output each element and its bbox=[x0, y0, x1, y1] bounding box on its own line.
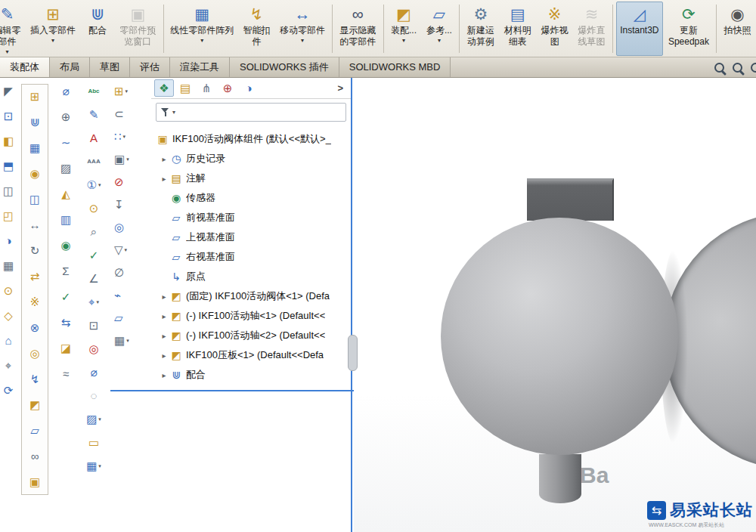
tree-item[interactable]: ▸◩IKF100压板<1> (Default<<Defa bbox=[151, 345, 351, 365]
dropdown-arrow-icon[interactable]: ▾ bbox=[5, 48, 8, 55]
flyout-arrow-icon[interactable]: ▾ bbox=[98, 463, 101, 469]
ribbon-button-instant3d[interactable]: ◿Instant3D bbox=[616, 2, 663, 56]
component-pattern-button[interactable]: ∷▾ bbox=[114, 129, 125, 144]
expand-arrow-icon[interactable]: ▸ bbox=[159, 351, 169, 360]
dropdown-arrow-icon[interactable]: ▾ bbox=[438, 37, 441, 44]
assembly-features-tool-button[interactable]: ◩ bbox=[29, 397, 40, 413]
search-commands-icon[interactable] bbox=[714, 63, 724, 73]
ribbon-button-assembly-features[interactable]: ◩装配...▾ bbox=[386, 2, 420, 56]
dropdown-arrow-icon[interactable]: ▾ bbox=[51, 37, 54, 44]
tab-assembly[interactable]: 装配体 bbox=[0, 57, 50, 77]
ribbon-button-update-speedpak[interactable]: ⟳更新Speedpak bbox=[665, 2, 713, 56]
expand-arrow-icon[interactable]: ▸ bbox=[159, 312, 169, 320]
datum-feature-button[interactable]: ⊡ bbox=[89, 318, 99, 333]
ribbon-button-mate[interactable]: ⋓配合 bbox=[81, 2, 114, 56]
ribbon-button-bill-of-materials[interactable]: ▤材料明细表 bbox=[500, 2, 535, 56]
ribbon-button-component-preview-window[interactable]: ▣零部件预览窗口 bbox=[116, 2, 160, 56]
ribbon-button-reference-geometry[interactable]: ▱参考...▾ bbox=[422, 2, 456, 56]
ribbon-button-insert-components[interactable]: ⊞插入零部件▾ bbox=[26, 2, 79, 56]
magnify-partial-icon[interactable] bbox=[751, 63, 756, 73]
tree-item[interactable]: ▸◩(-) IKF100活动轴<1> (Default<< bbox=[151, 306, 351, 326]
move-component-tool-button[interactable]: ↔ bbox=[29, 218, 41, 233]
deviation-analysis-button[interactable]: ≈ bbox=[63, 367, 69, 382]
attachments-button[interactable]: ⊂ bbox=[114, 107, 124, 122]
mass-properties-button[interactable]: ⊕ bbox=[61, 110, 71, 125]
mate-tool-button[interactable]: ⋓ bbox=[30, 115, 40, 130]
quick-snaps-button[interactable]: ⌁ bbox=[114, 288, 121, 303]
model-top-block[interactable] bbox=[527, 178, 614, 221]
ribbon-button-explode-line-sketch[interactable]: ≋爆炸直线草图 bbox=[574, 2, 609, 56]
tables-button[interactable]: ▦▾ bbox=[86, 459, 101, 474]
standard-views-button[interactable]: ⌂ bbox=[5, 333, 11, 348]
flyout-arrow-icon[interactable]: ▾ bbox=[125, 247, 128, 253]
area-hatch-button[interactable]: ▨▾ bbox=[86, 412, 101, 427]
tab-solidworks-addins[interactable]: SOLIDWORKS 插件 bbox=[230, 57, 339, 77]
dropdown-arrow-icon[interactable]: ▾ bbox=[200, 37, 203, 44]
panel-splitter-handle[interactable] bbox=[348, 335, 358, 371]
rotate-view-button[interactable]: ⟳ bbox=[4, 383, 14, 398]
isolate-button[interactable]: ◎ bbox=[114, 220, 124, 235]
tree-item[interactable]: ▱上视基准面 bbox=[151, 227, 351, 247]
tab-solidworks-mbd[interactable]: SOLIDWORKS MBD bbox=[339, 57, 451, 77]
tree-item[interactable]: ▸▤注解 bbox=[151, 169, 351, 188]
ribbon-button-smart-fasteners[interactable]: ↯智能扣件 bbox=[239, 2, 274, 56]
zebra-stripes-button[interactable]: ▨ bbox=[60, 161, 71, 176]
select-tool-button[interactable]: ◤ bbox=[4, 84, 13, 99]
model-bottom-cylinder[interactable] bbox=[539, 454, 581, 503]
magnifying-glass-button[interactable]: ⌕ bbox=[91, 224, 97, 240]
mirror-components-button[interactable]: ◫ bbox=[29, 192, 40, 207]
panel-tab-dimxpert-manager[interactable]: ⊕ bbox=[218, 79, 237, 97]
hide-all-types-button[interactable]: ∅ bbox=[114, 265, 124, 280]
blocks-button[interactable]: ▭ bbox=[88, 435, 99, 450]
flyout-arrow-icon[interactable]: ▾ bbox=[98, 182, 101, 188]
linear-pattern-tool-button[interactable]: ▦ bbox=[29, 141, 40, 156]
tree-item[interactable]: ▸◩(-) IKF100活动轴<2> (Default<< bbox=[151, 326, 351, 345]
section-properties-button[interactable]: ◪ bbox=[60, 341, 71, 356]
ribbon-button-linear-component-pattern[interactable]: ▦线性零部件阵列▾ bbox=[167, 2, 237, 56]
selection-filter-button[interactable]: ▽▾ bbox=[114, 243, 127, 258]
panel-tab-display-manager[interactable]: ◑ bbox=[239, 79, 259, 97]
model-sphere-body[interactable] bbox=[441, 218, 678, 455]
hole-wizard-button[interactable]: ◎ bbox=[29, 346, 39, 361]
large-assembly-mode-button[interactable]: ▣ bbox=[29, 475, 40, 490]
statistics-button[interactable]: Σ bbox=[62, 264, 69, 279]
panel-tab-property-manager[interactable]: ▤ bbox=[175, 79, 195, 97]
panel-split-divider[interactable] bbox=[110, 390, 354, 391]
smart-fasteners-tool-button[interactable]: ↯ bbox=[30, 372, 40, 387]
geometric-tolerance-button[interactable]: ⌖▾ bbox=[88, 295, 99, 310]
pan-view-button[interactable]: ⌖ bbox=[5, 358, 11, 373]
tab-layout[interactable]: 布局 bbox=[50, 57, 90, 77]
filter-off-button[interactable]: ⊘ bbox=[114, 175, 124, 190]
reference-plane-tool-button[interactable]: ▱ bbox=[30, 423, 39, 438]
ribbon-button-edit-component[interactable]: ✎编辑零部件▾ bbox=[0, 2, 25, 56]
tree-item[interactable]: ↳原点 bbox=[151, 267, 351, 286]
multi-jog-note-button[interactable]: AAA bbox=[87, 154, 100, 169]
section-view-button[interactable]: ◧ bbox=[3, 134, 14, 149]
flyout-arrow-icon[interactable]: ▾ bbox=[123, 134, 126, 140]
weld-symbol-button[interactable]: ∠ bbox=[88, 271, 98, 286]
surface-finish-button[interactable]: ✓ bbox=[89, 248, 99, 263]
rotate-component-tool-button[interactable]: ↻ bbox=[30, 243, 40, 258]
circular-pattern-tool-button[interactable]: ◉ bbox=[29, 166, 39, 181]
format-painter-button[interactable]: ✎ bbox=[89, 107, 99, 122]
tree-item[interactable]: ▱右视基准面 bbox=[151, 247, 351, 267]
show-planes-button[interactable]: ▱ bbox=[114, 311, 123, 326]
panel-tab-configuration-manager[interactable]: ⋔ bbox=[197, 79, 216, 97]
flyout-arrow-icon[interactable]: ▾ bbox=[126, 338, 129, 344]
measure-button[interactable]: ⌀ bbox=[62, 84, 69, 99]
ribbon-button-take-snapshot[interactable]: ◉拍快照 bbox=[720, 2, 755, 56]
draft-analysis-button[interactable]: ◭ bbox=[61, 187, 70, 202]
tree-item[interactable]: ▸⋓配合 bbox=[151, 365, 351, 385]
expand-arrow-icon[interactable]: ▸ bbox=[159, 371, 169, 379]
spell-checker-button[interactable]: Abc bbox=[88, 84, 99, 99]
revision-symbol-button[interactable]: ◌ bbox=[91, 388, 98, 404]
compare-documents-button[interactable]: ⇆ bbox=[61, 315, 71, 330]
belt-chain-button[interactable]: ∞ bbox=[31, 449, 39, 464]
grid-settings-button[interactable]: ▦▾ bbox=[114, 333, 129, 348]
tab-sketch[interactable]: 草图 bbox=[90, 57, 130, 77]
flyout-arrow-icon[interactable]: ▾ bbox=[98, 416, 101, 422]
tree-item[interactable]: ▸◷历史记录 bbox=[151, 149, 351, 169]
datum-target-button[interactable]: ◎ bbox=[88, 342, 98, 357]
display-style-button[interactable]: ◫ bbox=[3, 184, 14, 199]
appearance-button[interactable]: ◑ bbox=[5, 234, 11, 249]
